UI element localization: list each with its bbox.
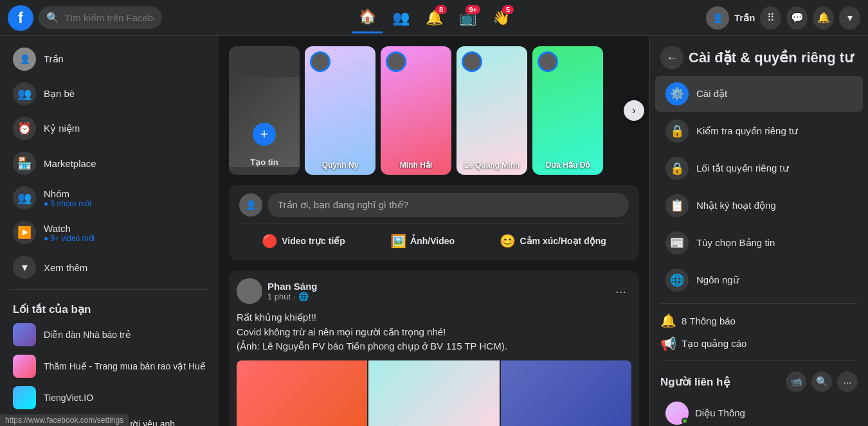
notification-bell-icon: 🔔 bbox=[660, 313, 676, 328]
post-feeling-button[interactable]: 😊 Cảm xúc/Hoạt động bbox=[492, 229, 613, 253]
settings-item-settings[interactable]: ⚙️ Cài đặt bbox=[655, 76, 863, 112]
story-card-3[interactable]: Dưa Hấu Đỏ bbox=[532, 46, 603, 175]
main-layout: 👤 Trần 👥 Bạn bè ⏰ Kỷ niệm 🏪 Marketplace … bbox=[0, 36, 868, 426]
sidebar-shortcut-2[interactable]: TiengViet.IO bbox=[5, 382, 213, 413]
notification-row-1[interactable]: 📢 Tạo quảng cáo bbox=[650, 332, 868, 355]
sidebar-item-see-more[interactable]: ▾ Xem thêm bbox=[5, 251, 213, 284]
story-create-card[interactable]: + Tạo tin bbox=[229, 46, 300, 175]
post-create-box: 👤 Trần ơi, bạn đang nghĩ gì thế? 🔴 Video… bbox=[229, 185, 639, 260]
feeling-icon: 😊 bbox=[500, 233, 516, 249]
post-image-0-1[interactable] bbox=[368, 360, 499, 427]
sidebar-item-watch[interactable]: ▶️ Watch ● 9+ video mới bbox=[5, 216, 213, 249]
story-card-2[interactable]: Lê Quang Minh bbox=[457, 46, 527, 175]
apps-button[interactable]: ⠿ bbox=[760, 6, 781, 30]
story-avatar-0 bbox=[310, 51, 330, 72]
settings-item-privacy-check[interactable]: 🔒 Kiểm tra quyền riêng tư bbox=[655, 113, 863, 149]
settings-item-label-2: Lối tắt quyền riêng tư bbox=[696, 163, 789, 174]
watch-sidebar-icon: ▶️ bbox=[13, 221, 36, 244]
stories-next-button[interactable]: › bbox=[624, 100, 644, 121]
contact-item-0[interactable]: Diệu Thông bbox=[655, 398, 863, 426]
post-live-video-button[interactable]: 🔴 Video trực tiếp bbox=[254, 229, 353, 253]
sidebar-item-friends[interactable]: 👥 Bạn bè bbox=[5, 77, 213, 111]
post-actions: 🔴 Video trực tiếp 🖼️ Ảnh/Video 😊 Cảm xúc… bbox=[239, 229, 629, 253]
settings-item-label-4: Tùy chọn Bảng tin bbox=[696, 237, 775, 249]
nav-home-button[interactable]: 🏠 bbox=[352, 3, 383, 33]
contact-name-0: Diệu Thông bbox=[695, 407, 745, 419]
story-name-2: Lê Quang Minh bbox=[457, 161, 527, 170]
alert-bell-icon: 🔔 bbox=[817, 12, 830, 24]
notification-row-0[interactable]: 🔔 8 Thông báo bbox=[650, 309, 868, 332]
facebook-logo[interactable]: f bbox=[8, 5, 33, 31]
post-user-avatar: 👤 bbox=[239, 193, 262, 217]
settings-item-feed-options[interactable]: 📰 Tùy chọn Bảng tin bbox=[655, 225, 863, 261]
settings-header: ← Cài đặt & quyền riêng tư bbox=[650, 36, 868, 75]
story-card-0[interactable]: Quỳnh Ny bbox=[305, 46, 375, 175]
account-dropdown-button[interactable]: ▾ bbox=[839, 6, 860, 30]
nav-notifications-button[interactable]: 🔔 8 bbox=[419, 3, 449, 33]
sidebar-marketplace-label: Marketplace bbox=[44, 158, 96, 169]
create-story-label: Tạo tin bbox=[229, 157, 300, 167]
sidebar-divider bbox=[10, 289, 208, 290]
sidebar-groups-label: Nhóm bbox=[44, 188, 91, 199]
sidebar-item-groups[interactable]: 👥 Nhóm ● 5 nhóm mới bbox=[5, 181, 213, 215]
feed-post-0: Phan Sáng 1 phút · 🌐 ··· Rất khủng khiếp… bbox=[229, 271, 639, 426]
settings-back-button[interactable]: ← bbox=[660, 46, 683, 69]
sidebar-memories-text: Kỷ niệm bbox=[44, 123, 80, 134]
sidebar-shortcut-0[interactable]: Diễn đàn Nhà báo trẻ bbox=[5, 319, 213, 350]
shortcut-label-0: Diễn đàn Nhà báo trẻ bbox=[44, 330, 131, 340]
contacts-video-button[interactable]: 📹 bbox=[786, 371, 806, 392]
post-header-0: Phan Sáng 1 phút · 🌐 ··· bbox=[237, 278, 631, 304]
contacts-more-button[interactable]: ··· bbox=[837, 371, 858, 392]
memories-sidebar-icon: ⏰ bbox=[13, 117, 36, 140]
sidebar-marketplace-text: Marketplace bbox=[44, 158, 96, 169]
post-input[interactable]: Trần ơi, bạn đang nghĩ gì thế? bbox=[267, 193, 629, 217]
post-more-button-0[interactable]: ··· bbox=[610, 281, 631, 301]
settings-item-privacy-shortcut[interactable]: 🔒 Lối tắt quyền riêng tư bbox=[655, 150, 863, 186]
post-photo-button[interactable]: 🖼️ Ảnh/Video bbox=[383, 229, 462, 253]
settings-item-activity-log[interactable]: 📋 Nhật ký hoạt động bbox=[655, 188, 863, 224]
ads-icon: 📢 bbox=[660, 336, 676, 351]
settings-item-label-0: Cài đặt bbox=[696, 88, 727, 100]
settings-divider-2 bbox=[660, 360, 858, 361]
messenger-button[interactable]: 💬 bbox=[786, 6, 808, 30]
story-card-1[interactable]: Minh Hải bbox=[381, 46, 451, 175]
post-author-name-0[interactable]: Phan Sáng bbox=[267, 281, 605, 292]
contacts-search-button[interactable]: 🔍 bbox=[811, 371, 832, 392]
chevron-down-icon: ▾ bbox=[847, 12, 853, 24]
nav-friends-button[interactable]: 👥 bbox=[385, 3, 416, 33]
post-dot-0: · bbox=[293, 292, 296, 301]
see-more-icon: ▾ bbox=[13, 256, 36, 279]
search-box[interactable]: 🔍 bbox=[39, 6, 162, 29]
alerts-button[interactable]: 🔔 bbox=[813, 6, 834, 30]
back-arrow-icon: ← bbox=[666, 51, 678, 65]
user-name-label: Trần bbox=[734, 12, 755, 24]
search-input[interactable] bbox=[64, 12, 154, 23]
post-privacy-icon-0: 🌐 bbox=[298, 292, 309, 301]
post-image-0-0[interactable] bbox=[237, 360, 367, 427]
nav-watch-button[interactable]: 📺 9+ bbox=[452, 3, 483, 33]
story-name-0: Quỳnh Ny bbox=[305, 161, 375, 170]
nav-groups-button[interactable]: 👋 5 bbox=[485, 3, 516, 33]
groups-badge: 5 bbox=[502, 5, 514, 14]
sidebar-item-memories[interactable]: ⏰ Kỷ niệm bbox=[5, 112, 213, 145]
live-video-icon: 🔴 bbox=[262, 233, 278, 249]
settings-gear-icon: ⚙️ bbox=[665, 82, 689, 105]
language-icon: 🌐 bbox=[665, 269, 689, 292]
post-meta-0: 1 phút · 🌐 bbox=[267, 292, 605, 301]
sidebar-shortcut-1[interactable]: Thăm Huế - Trang mua bán rao vặt Huế bbox=[5, 351, 213, 382]
post-time-0: 1 phút bbox=[267, 292, 291, 301]
sidebar-item-marketplace[interactable]: 🏪 Marketplace bbox=[5, 146, 213, 180]
sidebar-watch-label: Watch bbox=[44, 223, 95, 234]
settings-item-label-3: Nhật ký hoạt động bbox=[696, 200, 776, 211]
avatar-initial: 👤 bbox=[712, 13, 723, 23]
messenger-icon: 💬 bbox=[791, 12, 804, 24]
activity-log-icon: 📋 bbox=[665, 194, 689, 217]
sidebar-friends-label: Bạn bè bbox=[44, 88, 75, 100]
story-name-1: Minh Hải bbox=[381, 161, 451, 170]
user-avatar[interactable]: 👤 bbox=[706, 6, 729, 30]
settings-item-language[interactable]: 🌐 Ngôn ngữ bbox=[655, 262, 863, 298]
sidebar-user-profile[interactable]: 👤 Trần bbox=[5, 42, 213, 76]
topnav-center-nav: 🏠 👥 🔔 8 📺 9+ 👋 5 bbox=[162, 3, 706, 33]
feed-options-icon: 📰 bbox=[665, 231, 689, 254]
post-image-0-2[interactable] bbox=[501, 360, 631, 427]
